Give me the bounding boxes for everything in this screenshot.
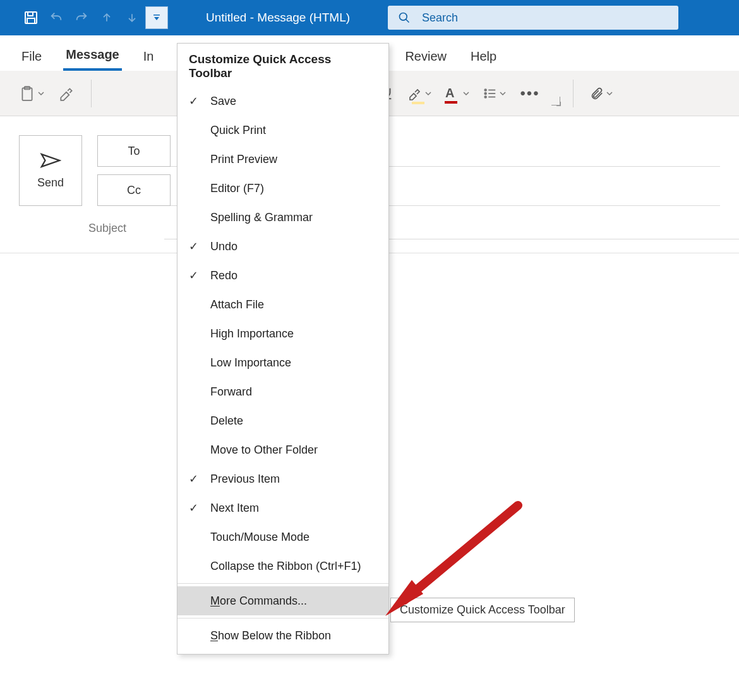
svg-point-12 xyxy=(485,96,487,98)
ribbon-separator xyxy=(573,80,574,107)
check-icon: ✓ xyxy=(189,94,210,108)
search-input[interactable] xyxy=(421,11,668,25)
menu-item-low-importance[interactable]: Low Importance xyxy=(177,348,388,377)
tab-file[interactable]: File xyxy=(19,45,44,70)
menu-item-show-below-ribbon[interactable]: Show Below the Ribbon xyxy=(177,621,388,650)
dialog-launcher-icon[interactable] xyxy=(551,97,560,106)
svg-rect-2 xyxy=(153,15,160,16)
tab-message[interactable]: Message xyxy=(63,44,122,71)
redo-icon[interactable] xyxy=(69,6,93,29)
more-commands-button[interactable]: ••• xyxy=(516,80,543,107)
menu-header: Customize Quick Access Toolbar xyxy=(177,44,388,87)
menu-separator xyxy=(177,583,388,584)
check-icon: ✓ xyxy=(189,269,210,282)
ribbon-separator xyxy=(91,80,92,107)
svg-marker-3 xyxy=(154,17,159,20)
attach-file-button[interactable] xyxy=(586,80,616,107)
customize-qat-dropdown[interactable] xyxy=(145,6,168,29)
check-icon: ✓ xyxy=(189,239,210,253)
font-color-button[interactable]: A xyxy=(442,80,473,107)
check-icon: ✓ xyxy=(189,501,210,515)
menu-separator xyxy=(177,618,388,619)
menu-item-print-preview[interactable]: Print Preview xyxy=(177,145,388,174)
previous-item-icon[interactable] xyxy=(95,6,119,29)
send-label: Send xyxy=(37,176,64,190)
to-button[interactable]: To xyxy=(97,135,171,167)
tab-review[interactable]: Review xyxy=(402,45,449,70)
menu-item-attach-file[interactable]: Attach File xyxy=(177,290,388,319)
send-icon xyxy=(40,152,61,169)
search-box[interactable] xyxy=(388,6,678,30)
menu-item-touch-mouse[interactable]: Touch/Mouse Mode xyxy=(177,522,388,552)
search-icon xyxy=(398,11,411,24)
menu-item-move[interactable]: Move to Other Folder xyxy=(177,435,388,464)
save-icon[interactable] xyxy=(19,6,43,29)
window-title: Untitled - Message (HTML) xyxy=(206,11,350,25)
menu-item-forward[interactable]: Forward xyxy=(177,377,388,406)
chevron-down-icon xyxy=(38,90,44,97)
menu-item-save[interactable]: ✓ Save xyxy=(177,87,388,116)
menu-item-high-importance[interactable]: High Importance xyxy=(177,319,388,348)
quick-access-toolbar xyxy=(19,6,168,29)
svg-point-8 xyxy=(485,89,487,91)
undo-icon[interactable] xyxy=(44,6,68,29)
menu-item-more-commands[interactable]: More Commands... xyxy=(177,586,388,615)
subject-label: Subject xyxy=(88,222,152,235)
send-button[interactable]: Send xyxy=(19,135,82,206)
menu-item-redo[interactable]: ✓ Redo xyxy=(177,261,388,290)
tab-partial[interactable]: In xyxy=(141,45,157,70)
menu-item-editor[interactable]: Editor (F7) xyxy=(177,174,388,203)
paste-button[interactable] xyxy=(15,80,48,107)
menu-item-undo[interactable]: ✓ Undo xyxy=(177,232,388,261)
menu-item-previous[interactable]: ✓ Previous Item xyxy=(177,464,388,493)
menu-item-spelling[interactable]: Spelling & Grammar xyxy=(177,203,388,232)
menu-item-delete[interactable]: Delete xyxy=(177,406,388,435)
svg-point-10 xyxy=(485,92,487,94)
svg-point-4 xyxy=(400,13,407,21)
svg-rect-1 xyxy=(27,18,35,23)
menu-item-next[interactable]: ✓ Next Item xyxy=(177,493,388,522)
menu-item-collapse-ribbon[interactable]: Collapse the Ribbon (Ctrl+F1) xyxy=(177,552,388,581)
bullets-button[interactable] xyxy=(479,80,510,107)
menu-item-quick-print[interactable]: Quick Print xyxy=(177,116,388,145)
tooltip: Customize Quick Access Toolbar xyxy=(390,598,575,622)
check-icon: ✓ xyxy=(189,472,210,486)
tab-help[interactable]: Help xyxy=(468,45,499,70)
format-painter-button[interactable] xyxy=(54,80,78,107)
customize-qat-menu: Customize Quick Access Toolbar ✓ Save Qu… xyxy=(177,43,389,655)
cc-button[interactable]: Cc xyxy=(97,174,171,206)
highlight-button[interactable] xyxy=(404,80,435,107)
next-item-icon[interactable] xyxy=(120,6,144,29)
title-bar: Untitled - Message (HTML) xyxy=(0,0,739,35)
